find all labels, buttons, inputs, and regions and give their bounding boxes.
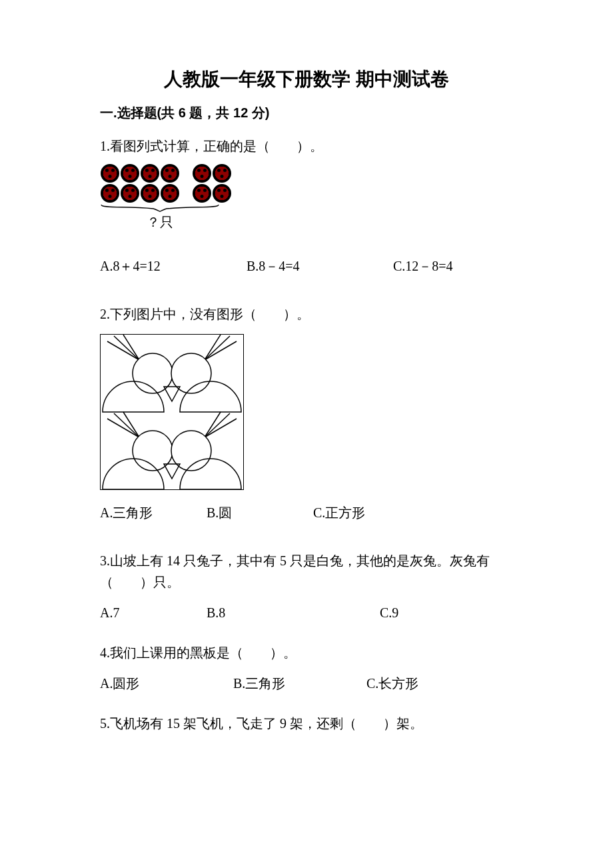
question-5-text: 5.飞机场有 15 架飞机，飞走了 9 架，还剩（ ）架。	[100, 713, 513, 734]
option-a: A.8＋4=12	[100, 255, 247, 277]
question-1: 1.看图列式计算，正确的是（ ）。	[100, 135, 513, 277]
ladybug-row-1	[100, 163, 513, 183]
svg-marker-8	[164, 387, 180, 401]
option-b: B.圆	[207, 502, 313, 523]
question-4-options: A.圆形 B.三角形 C.长方形	[100, 673, 513, 694]
svg-point-15	[133, 431, 173, 471]
question-2-figure	[100, 334, 244, 490]
question-4-text: 4.我们上课用的黑板是（ ）。	[100, 642, 513, 663]
ladybug-icon	[141, 184, 159, 203]
svg-point-7	[171, 353, 211, 393]
brace-label: ？只	[100, 211, 220, 233]
svg-line-3	[205, 341, 237, 360]
ladybug-icon	[213, 164, 231, 183]
svg-line-0	[107, 341, 139, 360]
svg-point-6	[133, 353, 173, 393]
ladybug-icon	[121, 164, 139, 183]
ladybug-icon	[161, 184, 179, 203]
ladybug-icon	[101, 184, 119, 203]
section-heading: 一.选择题(共 6 题，共 12 分)	[100, 104, 513, 122]
curly-brace: ？只	[100, 203, 220, 233]
question-4: 4.我们上课用的黑板是（ ）。 A.圆形 B.三角形 C.长方形	[100, 642, 513, 694]
option-a: A.圆形	[100, 673, 233, 694]
ladybug-icon	[161, 164, 179, 183]
question-1-text: 1.看图列式计算，正确的是（ ）。	[100, 135, 513, 157]
question-3-options: A.7 B.8 C.9	[100, 602, 513, 623]
svg-line-12	[205, 419, 237, 437]
ladybug-icon	[193, 184, 211, 203]
question-5: 5.飞机场有 15 架飞机，飞走了 9 架，还剩（ ）架。	[100, 713, 513, 734]
svg-marker-17	[164, 464, 180, 479]
question-1-figure: ？只	[100, 163, 513, 233]
option-c: C.9	[380, 602, 513, 623]
option-c: C.长方形	[366, 673, 500, 694]
question-2: 2.下列图片中，没有图形（ ）。	[100, 303, 513, 523]
svg-point-16	[171, 431, 211, 471]
ladybug-icon	[141, 164, 159, 183]
question-2-options: A.三角形 B.圆 C.正方形	[100, 502, 513, 523]
question-3: 3.山坡上有 14 只兔子，其中有 5 只是白兔，其他的是灰兔。灰兔有（ ）只。…	[100, 550, 513, 623]
ladybug-icon	[121, 184, 139, 203]
question-2-text: 2.下列图片中，没有图形（ ）。	[100, 303, 513, 325]
exam-page: 人教版一年级下册数学 期中测试卷 一.选择题(共 6 题，共 12 分) 1.看…	[0, 0, 613, 793]
option-b: B.8－4=4	[247, 255, 393, 277]
question-1-options: A.8＋4=12 B.8－4=4 C.12－8=4	[100, 255, 513, 277]
option-b: B.8	[207, 602, 380, 623]
option-c: C.12－8=4	[393, 255, 526, 277]
option-b: B.三角形	[233, 673, 366, 694]
ladybug-icon	[193, 164, 211, 183]
page-title: 人教版一年级下册数学 期中测试卷	[100, 67, 513, 92]
option-c: C.正方形	[313, 502, 420, 523]
svg-line-9	[107, 419, 139, 437]
question-3-text: 3.山坡上有 14 只兔子，其中有 5 只是白兔，其他的是灰兔。灰兔有（ ）只。	[100, 550, 513, 593]
ladybug-icon	[101, 164, 119, 183]
ladybug-icon	[213, 184, 231, 203]
option-a: A.7	[100, 602, 207, 623]
option-a: A.三角形	[100, 502, 207, 523]
ladybug-row-2	[100, 183, 513, 203]
